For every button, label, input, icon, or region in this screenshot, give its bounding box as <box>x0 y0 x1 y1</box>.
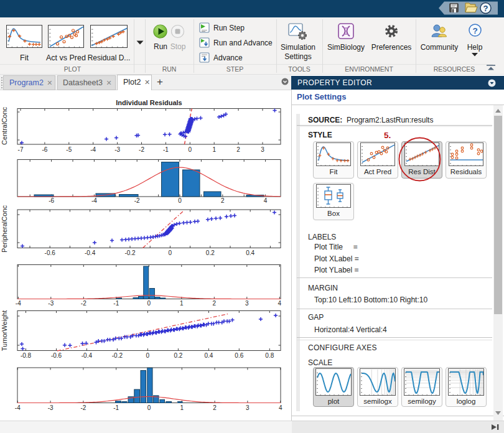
svg-text:-6: -6 <box>42 146 47 153</box>
svg-text:0.2: 0.2 <box>206 249 215 256</box>
svg-text:-4: -4 <box>91 197 97 204</box>
svg-text:PeripheralConc: PeripheralConc <box>1 205 8 253</box>
svg-text:-4: -4 <box>16 300 21 307</box>
svg-text:-0.6: -0.6 <box>51 352 62 359</box>
svg-text:0.2: 0.2 <box>174 352 182 359</box>
svg-text:2: 2 <box>221 197 225 204</box>
svg-text:0.8: 0.8 <box>265 352 274 359</box>
svg-text:TumorWeight: TumorWeight <box>1 310 8 351</box>
svg-text:-0.2: -0.2 <box>124 249 136 256</box>
svg-text:0: 0 <box>147 404 151 411</box>
svg-text:-2: -2 <box>81 300 86 307</box>
svg-text:-2: -2 <box>139 146 144 153</box>
svg-text:0.4: 0.4 <box>204 352 213 359</box>
svg-text:Individual Residuals: Individual Residuals <box>116 99 182 106</box>
svg-text:CentralConc: CentralConc <box>1 106 8 145</box>
svg-text:?: ? <box>483 4 488 13</box>
svg-text:-6: -6 <box>49 197 54 204</box>
svg-text:4: 4 <box>278 300 282 307</box>
svg-text:3: 3 <box>261 146 264 153</box>
svg-text:2: 2 <box>213 404 217 411</box>
svg-text:-2: -2 <box>80 404 86 411</box>
svg-text:2: 2 <box>236 146 240 153</box>
svg-text:-3: -3 <box>48 300 54 307</box>
svg-text:-5: -5 <box>66 146 72 153</box>
svg-text:1: 1 <box>180 300 184 307</box>
svg-text:?: ? <box>472 26 477 35</box>
svg-text:-1: -1 <box>113 300 119 307</box>
svg-text:2: 2 <box>213 300 217 307</box>
svg-text:-3: -3 <box>48 404 54 411</box>
svg-text:-3: -3 <box>114 146 120 153</box>
svg-text:-0.8: -0.8 <box>21 352 32 359</box>
svg-text:-1: -1 <box>163 146 169 153</box>
svg-text:1: 1 <box>180 404 184 411</box>
svg-text:-0.2: -0.2 <box>112 352 123 359</box>
svg-text:0: 0 <box>189 146 192 153</box>
svg-text:-0.4: -0.4 <box>82 352 93 359</box>
svg-text:3: 3 <box>245 300 249 307</box>
svg-text:0: 0 <box>147 300 151 307</box>
svg-text:0.4: 0.4 <box>246 249 254 256</box>
svg-text:-4: -4 <box>90 146 96 153</box>
svg-text:4: 4 <box>264 197 268 204</box>
svg-text:4: 4 <box>279 404 282 411</box>
svg-text:-1: -1 <box>113 404 119 411</box>
svg-text:-7: -7 <box>18 146 24 153</box>
svg-text:-0.4: -0.4 <box>85 249 96 256</box>
svg-text:-4: -4 <box>15 404 21 411</box>
svg-text:0: 0 <box>146 352 150 359</box>
svg-text:-2: -2 <box>134 197 140 204</box>
svg-text:3: 3 <box>246 404 250 411</box>
svg-text:0: 0 <box>178 197 182 204</box>
svg-text:-0.6: -0.6 <box>45 249 56 256</box>
svg-text:0: 0 <box>169 249 172 256</box>
svg-text:0.6: 0.6 <box>235 352 243 359</box>
svg-text:1: 1 <box>212 146 216 153</box>
